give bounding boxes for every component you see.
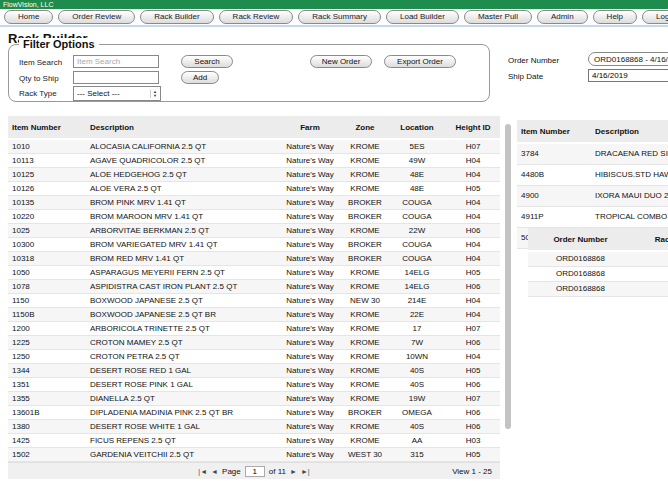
table-row[interactable]: 4900IXORA MAUI DUO 2 GAL (517, 186, 668, 207)
table-row[interactable]: 1150BBOXWOOD JAPANESE 2.5 QT BRNature's … (8, 308, 500, 322)
table-row[interactable]: 1250CROTON PETRA 2.5 QTNature's WayKROME… (8, 350, 500, 364)
table-row[interactable]: 10135BROM PINK MRV 1.41 QTNature's WayBR… (8, 196, 500, 210)
cell: 48E (388, 182, 446, 196)
cell: 1200 (8, 322, 86, 336)
table-row[interactable]: ORD01688681 (528, 251, 668, 267)
tab-home[interactable]: Home (4, 10, 53, 24)
col-location[interactable]: Location (388, 116, 446, 139)
col-height-id[interactable]: Height ID (446, 116, 500, 139)
col-rack-item-number[interactable]: Item Number (517, 120, 591, 143)
col-zone[interactable]: Zone (342, 116, 388, 139)
table-row[interactable]: 10220BROM MAROON MRV 1.41 QTNature's Way… (8, 210, 500, 224)
pager-last-icon[interactable]: ►| (301, 468, 310, 475)
cell: KROME (342, 154, 388, 168)
table-row[interactable]: 1225CROTON MAMEY 2.5 QTNature's WayKROME… (8, 336, 500, 350)
cell: 1 (633, 251, 668, 267)
table-row[interactable]: 1078ASPIDISTRA CAST IRON PLANT 2.5 QTNat… (8, 280, 500, 294)
tab-rack-summary[interactable]: Rack Summary (298, 10, 381, 24)
tab-help[interactable]: Help (593, 10, 637, 24)
cell: KROME (342, 350, 388, 364)
rack-type-select[interactable]: --- Select --- ▲▼ (73, 86, 161, 101)
table-row[interactable]: 10126ALOE VERA 2.5 QTNature's WayKROME48… (8, 182, 500, 196)
cell: KROME (342, 308, 388, 322)
cell: DESERT ROSE RED 1 GAL (86, 364, 278, 378)
cell: GARDENIA VEITCHII 2.5 QT (86, 448, 278, 462)
export-order-button[interactable]: Export Order (384, 55, 456, 68)
cell: Nature's Way (278, 139, 342, 154)
cell: BROKER (342, 196, 388, 210)
table-row[interactable]: 1344DESERT ROSE RED 1 GALNature's WayKRO… (8, 364, 500, 378)
cell: Nature's Way (278, 378, 342, 392)
new-order-button[interactable]: New Order (310, 55, 372, 68)
tab-rack-builder[interactable]: Rack Builder (140, 10, 213, 24)
order-number-select[interactable]: ORD0168868 - 4/16/20 (588, 52, 668, 66)
table-row[interactable]: 1425FICUS REPENS 2.5 QTNature's WayKROME… (8, 434, 500, 448)
table-row[interactable]: 1025ARBORVITAE BERKMAN 2.5 QTNature's Wa… (8, 224, 500, 238)
table-row[interactable]: 1351DESERT ROSE PINK 1 GALNature's WayKR… (8, 378, 500, 392)
col-rack-number[interactable]: Rack Number (633, 228, 668, 251)
table-row[interactable]: 1502GARDENIA VEITCHII 2.5 QTNature's Way… (8, 448, 500, 462)
table-row[interactable]: 1050ASPARAGUS MEYERII FERN 2.5 QTNature'… (8, 266, 500, 280)
tab-admin[interactable]: Admin (537, 10, 588, 24)
cell: DESERT ROSE PINK 1 GAL (86, 378, 278, 392)
cell: 10113 (8, 154, 86, 168)
cell: 1502 (8, 448, 86, 462)
cell: Nature's Way (278, 434, 342, 448)
cell: 48E (388, 168, 446, 182)
cell: 315 (388, 448, 446, 462)
table-row[interactable]: 10318BROM RED MRV 1.41 QTNature's WayBRO… (8, 252, 500, 266)
add-button[interactable]: Add (181, 71, 219, 84)
ship-date-label: Ship Date (508, 72, 543, 81)
table-row[interactable]: 1355DIANELLA 2.5 QTNature's WayKROME19WH… (8, 392, 500, 406)
tab-master-pull[interactable]: Master Pull (464, 10, 532, 24)
cell: Nature's Way (278, 406, 342, 420)
tab-load-builder[interactable]: Load Builder (386, 10, 459, 24)
table-row[interactable]: ORD01688683 (528, 282, 668, 297)
pager-next-icon[interactable]: ► (290, 468, 297, 475)
cell: 22W (388, 224, 446, 238)
table-row[interactable]: 10113AGAVE QUADRICOLOR 2.5 QTNature's Wa… (8, 154, 500, 168)
cell: 1050 (8, 266, 86, 280)
app-title: FlowVision, LLC (3, 1, 53, 8)
pager-first-icon[interactable]: |◄ (198, 468, 207, 475)
table-row[interactable]: 1010ALOCASIA CALIFORNIA 2.5 QTNature's W… (8, 139, 500, 154)
cell: BROKER (342, 238, 388, 252)
col-description[interactable]: Description (86, 116, 278, 139)
cell: ALOCASIA CALIFORNIA 2.5 QT (86, 139, 278, 154)
cell: H05 (446, 182, 500, 196)
cell: Nature's Way (278, 336, 342, 350)
table-row[interactable]: 1150BOXWOOD JAPANESE 2.5 QTNature's WayN… (8, 294, 500, 308)
table-row[interactable]: 1200ARBORICOLA TRINETTE 2.5 QTNature's W… (8, 322, 500, 336)
table-row[interactable]: 4911PTROPICAL COMBO PATIO (517, 207, 668, 228)
cell: 5ES (388, 139, 446, 154)
search-button[interactable]: Search (181, 55, 233, 68)
cell: 14ELG (388, 266, 446, 280)
pager-prev-icon[interactable]: ◄ (211, 468, 218, 475)
col-farm[interactable]: Farm (278, 116, 342, 139)
cell: Nature's Way (278, 238, 342, 252)
qty-to-ship-input[interactable] (73, 71, 159, 84)
table-row[interactable]: 4480BHIBISCUS.STD HAW SUM (517, 165, 668, 186)
cell: 1380 (8, 420, 86, 434)
tab-rack-review[interactable]: Rack Review (219, 10, 294, 24)
cell: H07 (446, 322, 500, 336)
tab-log-off[interactable]: Log Off (642, 10, 668, 24)
cell: BROKER (342, 406, 388, 420)
col-rack-item-description[interactable]: Description (591, 120, 668, 143)
table-row[interactable]: ORD01688682 (528, 267, 668, 282)
items-table-scrollbar[interactable] (505, 124, 511, 429)
tab-order-review[interactable]: Order Review (58, 10, 135, 24)
cell: H06 (446, 224, 500, 238)
col-order-number[interactable]: Order Number (528, 228, 633, 251)
table-row[interactable]: 13601BDIPLADENIA MADINIA PINK 2.5 QT BRN… (8, 406, 500, 420)
cell: ORD0168868 (528, 282, 633, 297)
col-item-number[interactable]: Item Number (8, 116, 86, 139)
pager-page-input[interactable] (245, 466, 265, 477)
table-row[interactable]: 10125ALOE HEDGEHOG 2.5 QTNature's WayKRO… (8, 168, 500, 182)
cell: COUGA (388, 210, 446, 224)
table-row[interactable]: 3784DRACAENA RED SISTER (517, 143, 668, 165)
ship-date-input[interactable] (588, 69, 668, 82)
item-search-input[interactable] (73, 55, 159, 68)
table-row[interactable]: 10300BROM VARIEGATED MRV 1.41 QTNature's… (8, 238, 500, 252)
table-row[interactable]: 1380DESERT ROSE WHITE 1 GALNature's WayK… (8, 420, 500, 434)
